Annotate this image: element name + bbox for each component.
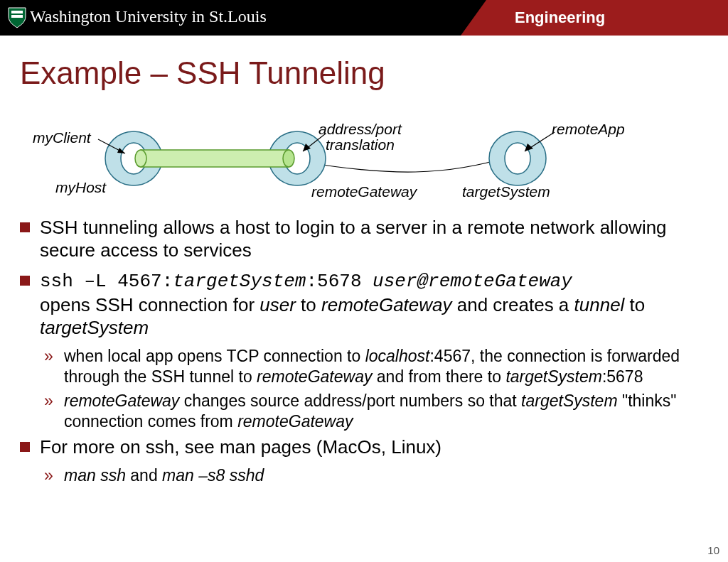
bullet-2: ssh –L 4567:targetSystem:5678 user@remot… [20, 269, 702, 339]
svg-point-7 [135, 150, 146, 167]
label-remotegateway: remoteGateway [311, 183, 417, 200]
label-remoteapp: remoteApp [552, 121, 625, 138]
label-targetsystem: targetSystem [462, 183, 550, 200]
bullet-3: For more on ssh, see man pages (MacOs, L… [20, 436, 702, 458]
shield-icon [7, 6, 27, 29]
university-name: Washington University in St.Louis [30, 7, 267, 26]
label-addrport-1: address/port [318, 121, 402, 138]
svg-point-8 [283, 150, 294, 167]
bullet-1: SSH tunneling allows a host to login to … [20, 216, 702, 261]
header-wedge [461, 0, 486, 36]
label-addrport-2: translation [326, 136, 395, 153]
bullet-2-sub-1: when local app opens TCP connection to l… [44, 346, 702, 387]
svg-rect-6 [141, 150, 289, 167]
slide-header: Washington University in St.Louis Engine… [0, 0, 728, 36]
page-number: 10 [707, 544, 719, 556]
svg-rect-1 [11, 15, 23, 18]
slide-body: SSH tunneling allows a host to login to … [20, 213, 702, 490]
svg-rect-0 [11, 11, 23, 13]
bullet-3-sub-1: man ssh and man –s8 sshd [44, 465, 702, 486]
ssh-command: ssh –L 4567:targetSystem:5678 user@remot… [40, 271, 572, 292]
engineering-label: Engineering [486, 0, 728, 36]
slide-title: Example – SSH Tunneling [20, 55, 385, 91]
label-myhost: myHost [55, 179, 106, 196]
ssh-tunnel-diagram: myClient myHost address/port translation… [20, 119, 631, 205]
label-myclient: myClient [33, 129, 91, 146]
bullet-2-sub-2: remoteGateway changes source address/por… [44, 391, 702, 431]
